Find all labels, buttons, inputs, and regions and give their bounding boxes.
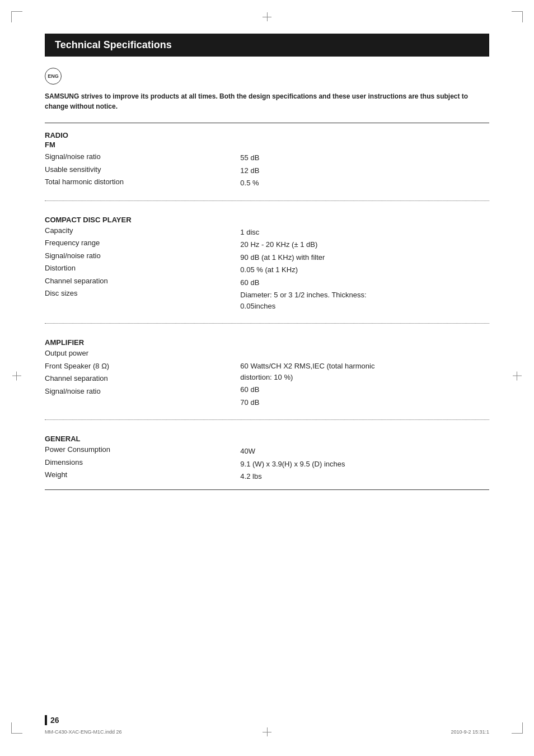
table-row: 60 dB	[240, 277, 489, 288]
cd-header: COMPACT DISC PLAYER	[45, 216, 240, 224]
compact-disc-section: COMPACT DISC PLAYER Capacity Frequency r…	[45, 208, 489, 319]
spec-label: Usable sensitivity	[45, 164, 133, 175]
table-row: 60 dB	[240, 384, 489, 395]
spec-value: 1 disc	[240, 227, 377, 238]
disclaimer-text: SAMSUNG strives to improve its products …	[45, 91, 489, 111]
specs-container: RADIO FM Signal/noise ratio Usable sensi…	[45, 123, 489, 490]
spec-value: 0.05 % (at 1 KHz)	[240, 264, 377, 276]
table-row: Power Consumption	[45, 444, 240, 455]
radio-section: RADIO FM Signal/noise ratio Usable sensi…	[45, 123, 489, 196]
table-row: 4.2 lbs	[240, 471, 489, 482]
spec-value: 9.1 (W) x 3.9(H) x 9.5 (D) inches	[240, 459, 377, 470]
amplifier-section: AMPLIFIER Output power Front Speaker (8 …	[45, 330, 489, 415]
page-number: 26	[45, 715, 59, 725]
section-divider	[45, 419, 489, 420]
table-row: Usable sensitivity	[45, 164, 240, 175]
table-row: 20 Hz - 20 KHz (± 1 dB)	[240, 239, 489, 250]
spec-label: Total harmonic distortion	[45, 176, 133, 188]
spec-label: Dimensions	[45, 457, 133, 468]
crosshair-right	[513, 376, 522, 381]
spec-label: Front Speaker (8 Ω)	[45, 361, 133, 372]
table-row: 1 disc	[240, 227, 489, 238]
table-row: Dimensions	[45, 457, 240, 468]
spec-value: 40W	[240, 446, 377, 457]
spec-value: 12 dB	[240, 165, 377, 176]
table-row: Diameter: 5 or 3 1/2 inches. Thickness: …	[240, 290, 489, 311]
crosshair-top	[263, 12, 271, 17]
table-row: 0.5 %	[240, 178, 489, 189]
spec-label: Frequency range	[45, 237, 133, 249]
table-row: Signal/noise ratio	[45, 386, 240, 397]
table-row: 0.05 % (at 1 KHz)	[240, 264, 489, 276]
crosshair-bottom	[263, 727, 271, 732]
table-row: Weight	[45, 469, 240, 480]
footer-right-text: 2010-9-2 15:31:1	[451, 729, 489, 735]
table-row: Disc sizes	[45, 288, 240, 299]
corner-mark-top-left	[11, 11, 22, 22]
spec-label: Power Consumption	[45, 444, 133, 455]
spec-label: Output power	[45, 348, 133, 359]
spec-label: Capacity	[45, 225, 133, 236]
corner-mark-bottom-right	[512, 722, 523, 734]
general-header: GENERAL	[45, 435, 240, 443]
page-number-text: 26	[50, 716, 59, 725]
title-text: Technical Specifications	[55, 39, 172, 50]
spec-value: 4.2 lbs	[240, 471, 377, 482]
spec-value: 0.5 %	[240, 178, 377, 189]
table-row: Total harmonic distortion	[45, 176, 240, 188]
spec-value: Diameter: 5 or 3 1/2 inches. Thickness: …	[240, 290, 377, 311]
amplifier-header: AMPLIFIER	[45, 338, 240, 347]
table-row: 40W	[240, 446, 489, 457]
table-row: Front Speaker (8 Ω)	[45, 361, 240, 372]
table-row: Capacity	[45, 225, 240, 236]
table-row: Distortion	[45, 263, 240, 274]
spec-value: 60 dB	[240, 277, 377, 288]
section-divider	[45, 323, 489, 324]
spec-label: Distortion	[45, 263, 133, 274]
spec-value: 55 dB	[240, 152, 377, 164]
table-row: Channel separation	[45, 373, 240, 384]
crosshair-left	[12, 376, 21, 381]
page: Technical Specifications ENG SAMSUNG str…	[0, 0, 534, 756]
spec-value: 70 dB	[240, 397, 377, 408]
spec-label: Disc sizes	[45, 288, 133, 299]
table-row: Signal/noise ratio	[45, 250, 240, 262]
page-title: Technical Specifications	[45, 34, 489, 57]
table-row: 9.1 (W) x 3.9(H) x 9.5 (D) inches	[240, 459, 489, 470]
table-row: Signal/noise ratio	[45, 151, 240, 162]
spec-label: Weight	[45, 469, 133, 480]
eng-badge: ENG	[45, 68, 62, 85]
page-number-bar	[45, 715, 47, 725]
spec-label: Signal/noise ratio	[45, 250, 133, 262]
corner-mark-top-right	[512, 11, 523, 22]
footer-left-text: MM-C430-XAC-ENG-M1C.indd 26	[45, 729, 122, 735]
table-row: Channel separation	[45, 276, 240, 287]
spec-label: Signal/noise ratio	[45, 151, 133, 162]
corner-mark-bottom-left	[11, 722, 22, 734]
table-row: 55 dB	[240, 152, 489, 164]
spec-label: Channel separation	[45, 373, 133, 384]
spec-label: Signal/noise ratio	[45, 386, 133, 397]
radio-header: RADIO	[45, 131, 240, 139]
table-row: 12 dB	[240, 165, 489, 176]
spec-value: 60 Watts/CH X2 RMS,IEC (total harmonic d…	[240, 361, 377, 382]
section-divider	[45, 200, 489, 201]
radio-sub-header: FM	[45, 141, 240, 149]
spec-value: 60 dB	[240, 384, 377, 395]
table-row: 90 dB (at 1 KHz) with filter	[240, 252, 489, 263]
table-row: 60 Watts/CH X2 RMS,IEC (total harmonic d…	[240, 361, 489, 382]
spec-label: Channel separation	[45, 276, 133, 287]
spec-value: 90 dB (at 1 KHz) with filter	[240, 252, 377, 263]
table-row: Frequency range	[45, 237, 240, 249]
table-row: Output power	[45, 348, 240, 359]
spec-value: 20 Hz - 20 KHz (± 1 dB)	[240, 239, 377, 250]
general-section: GENERAL Power Consumption Dimensions Wei…	[45, 427, 489, 489]
table-row: 70 dB	[240, 397, 489, 408]
